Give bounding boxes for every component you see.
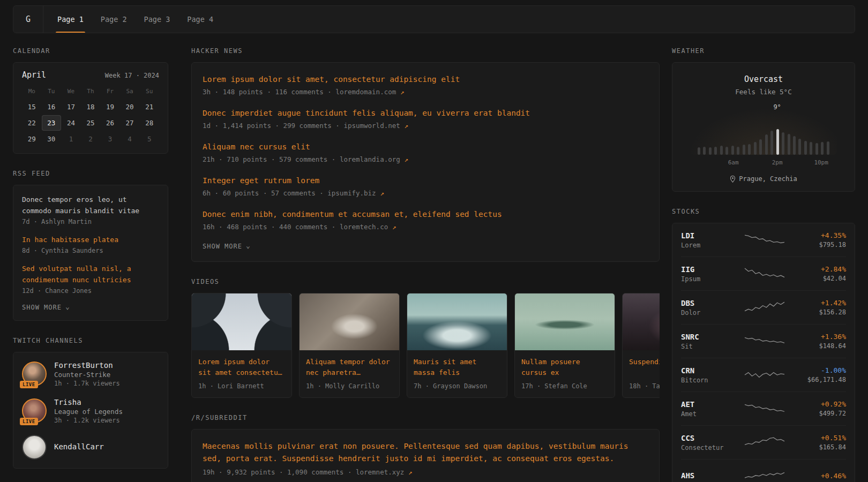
weather-location: Prague, Czechia [739,175,797,183]
stock-change: +0.46% [795,472,846,480]
video-card[interactable]: Lorem ipsum dolor sit amet consectetu… 1… [191,293,292,398]
external-link-icon: ↗ [408,468,413,476]
stock-sparkline [744,470,785,482]
top-navigation-bar: G Page 1 Page 2 Page 3 Page 4 [13,5,855,33]
left-column: CALENDAR April Week 17 · 2024 MoTuWeThFr… [13,47,168,482]
calendar-day: 24 [61,115,81,131]
video-title: Mauris sit amet massa felis [414,357,500,378]
video-body: Aliquam tempor dolor nec pharetra… 1h · … [300,350,399,397]
post-source-link[interactable]: loremnet.xyz ↗ [356,468,412,476]
video-thumbnail [192,293,291,350]
stock-price: $156.28 [795,308,846,316]
stock-change: -1.00% [795,366,846,374]
weather-bars [698,116,829,155]
channel-name: KendallCarr [54,442,104,451]
twitch-channel[interactable]: LIVE ForrestBurton Counter-Strike 1h · 1… [22,361,159,387]
video-thumbnail [623,293,660,350]
post-title[interactable]: Maecenas mollis pulvinar erat non posuer… [203,440,648,465]
calendar-day: 3 [100,131,120,147]
video-card[interactable]: Aliquam tempor dolor nec pharetra… 1h · … [299,293,400,398]
weather-bar [827,141,829,155]
story-source-link[interactable]: loremtech.co ↗ [340,223,396,231]
rss-item-title[interactable]: Sed volutpat nulla nisl, a condimentum n… [22,263,159,285]
weather-bar [821,142,824,155]
videos-section: VIDEOS Lorem ipsum dolor sit amet consec… [191,278,660,398]
hacker-news-show-more-button[interactable]: SHOW MORE ⌄ [203,243,251,251]
story-title[interactable]: Donec imperdiet augue tincidunt felis al… [203,107,648,119]
external-link-icon: ↗ [392,223,396,231]
weather-bar [743,145,745,155]
external-link-icon: ↗ [400,88,405,96]
stock-price: $66,171.48 [795,376,846,383]
stocks-section-title: STOCKS [672,208,855,215]
twitch-channel[interactable]: LIVE KendallCarr [22,435,159,460]
calendar-day: 5 [139,131,159,147]
video-card[interactable]: Nullam posuere cursus ex 17h · Stefan Co… [514,293,615,398]
video-meta: 7h · Grayson Dawson [414,382,500,390]
video-card[interactable]: Mauris sit amet massa felis 7h · Grayson… [407,293,507,398]
calendar-day: 26 [100,115,120,131]
weather-axis-label: 10pm [814,159,828,166]
calendar-day: 15 [22,99,42,115]
stock-sparkline-slot [735,334,795,348]
weather-bar [798,139,801,155]
stock-values: +0.51%$165.84 [795,434,846,451]
weather-bar [754,142,757,155]
rss-item-meta: 12d · Chance Jones [22,287,159,295]
stock-info: AETAmet [681,400,735,418]
twitch-channel[interactable]: LIVE Trisha League of Legends 3h · 1.2k … [22,398,159,424]
story-title[interactable]: Aliquam nec cursus elit [203,141,648,153]
stock-sparkline-slot [735,368,795,382]
story-source-link[interactable]: loremlandia.org ↗ [340,155,408,163]
weather-bar [731,146,734,155]
story-title[interactable]: Lorem ipsum dolor sit amet, consectetur … [203,73,648,86]
stock-sparkline-slot [735,233,795,247]
weather-bar [720,146,723,155]
dashboard-content: CALENDAR April Week 17 · 2024 MoTuWeThFr… [0,47,868,482]
rss-section-title: RSS FEED [13,170,168,177]
story-source-link[interactable]: ipsumworld.net ↗ [343,122,408,130]
video-body: Mauris sit amet massa felis 7h · Grayson… [407,350,507,397]
tab-page-3[interactable]: Page 3 [143,6,172,33]
rss-item-title[interactable]: Donec tempor eros leo, ut commodo mauris… [22,194,159,216]
video-body: Lorem ipsum dolor sit amet consectetu… 1… [192,350,291,397]
stock-info: LDILorem [681,231,735,249]
video-thumbnail [300,293,399,350]
stock-row: LDILorem +4.35%$795.18 [681,223,846,257]
rss-item-title[interactable]: In hac habitasse platea [22,234,159,245]
video-meta: 17h · Stefan Cole [521,382,608,390]
weather-bar [770,131,773,155]
calendar-day-header: Sa [120,84,140,99]
weather-bar [776,129,779,155]
calendar-day: 22 [22,115,42,131]
stock-sparkline [744,267,785,281]
app-logo[interactable]: G [13,6,43,33]
tab-page-1[interactable]: Page 1 [56,6,85,33]
rss-section: RSS FEED Donec tempor eros leo, ut commo… [13,170,168,321]
story-source-link[interactable]: loremdomain.com ↗ [335,88,404,96]
calendar-day-header: Su [139,84,159,99]
twitch-section-title: TWITCH CHANNELS [13,337,168,344]
stock-name: Lorem [681,242,735,249]
weather-axis-label: 2pm [772,159,783,166]
chevron-down-icon: ⌄ [65,303,70,311]
story-source: loremdomain.com [335,88,396,96]
story-source-link[interactable]: ipsumify.biz ↗ [327,189,384,197]
stock-change: +1.36% [795,333,846,341]
calendar-day: 1 [61,131,81,147]
tab-page-4[interactable]: Page 4 [185,6,215,33]
rss-show-more-button[interactable]: SHOW MORE ⌄ [22,304,70,312]
story-title[interactable]: Donec enim nibh, condimentum et accumsan… [203,208,648,221]
twitch-widget: LIVE ForrestBurton Counter-Strike 1h · 1… [13,352,168,469]
weather-bar [759,139,762,155]
stock-sparkline-slot [735,435,795,449]
weather-widget: Overcast Feels like 5°C 9° 6am2pm10pm Pr… [672,62,855,192]
story-title[interactable]: Integer eget rutrum lorem [203,175,648,187]
tab-page-2[interactable]: Page 2 [99,6,129,33]
live-badge: LIVE [20,418,38,425]
hacker-news-show-more-label: SHOW MORE [203,243,242,250]
stocks-section: STOCKS LDILorem +4.35%$795.18 IIGIpsum +… [672,208,855,482]
video-card[interactable]: Suspendisse diam 18h · Tara [622,293,660,398]
rss-show-more-label: SHOW MORE [22,304,62,311]
calendar-day-header: Th [81,84,101,99]
